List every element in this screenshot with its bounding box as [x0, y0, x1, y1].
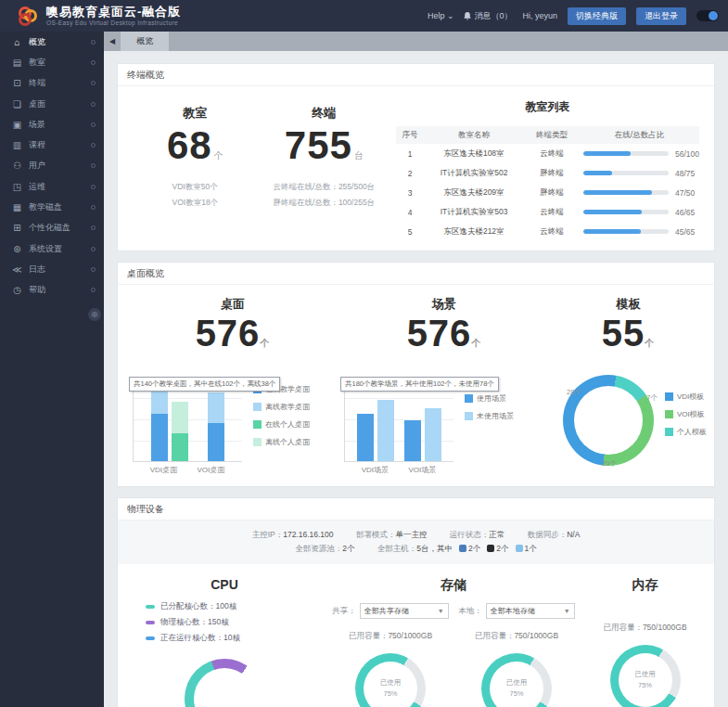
classroom-icon: ▤ — [11, 58, 23, 68]
sidebar-item-desktop[interactable]: ❏桌面 — [0, 94, 104, 114]
sidebar-item-classroom[interactable]: ▤教室 — [0, 52, 104, 72]
shared-storage-select[interactable]: 全部共享存储▼ — [360, 603, 449, 619]
toggle-knob — [709, 11, 718, 20]
help-icon: ◷ — [11, 285, 23, 295]
legend-swatch — [665, 428, 673, 436]
switch-classic-button[interactable]: 切换经典版 — [568, 7, 626, 25]
progress-bar — [583, 210, 669, 214]
theme-toggle[interactable] — [696, 10, 719, 21]
table-row[interactable]: 4IT计算机实验室503云终端46/65 — [396, 202, 699, 222]
messages-link[interactable]: 消息（0） — [464, 10, 512, 22]
legend-swatch — [146, 605, 155, 609]
classroom-subline: VOI教室18个 — [172, 195, 219, 211]
sidebar-item-terminal[interactable]: ⊡终端 — [0, 73, 104, 94]
template-chart-legend: VDI模板VOI模板个人模板 — [665, 384, 707, 444]
pin-icon[interactable] — [91, 102, 96, 107]
sidebar-item-personal-disk[interactable]: ⊞个性化磁盘 — [0, 218, 104, 238]
progress-bar — [583, 190, 669, 195]
template-column: 模板 55个 28个 7个 20个 VDI模板VOI模板个人模板 — [550, 287, 707, 475]
sidebar-item-home[interactable]: ⌂概览 — [0, 32, 104, 52]
template-count: 55个 — [550, 313, 707, 354]
cpu-legend: 已分配核心数：100核物理核心数：150核正在运行核心数：10核 — [146, 601, 327, 644]
teaching-disk-icon: ▦ — [11, 202, 23, 212]
home-icon: ⌂ — [11, 37, 23, 47]
storage-panel: 存储 共享： 全部共享存储▼ 已用容量：750/1000GB 已使用75% — [327, 572, 580, 707]
progress-bar — [583, 171, 669, 175]
scene-tooltip: 共180个教学场景，其中使用102个，未使用78个 — [340, 377, 499, 392]
donut-value-label: 7个 — [646, 393, 658, 403]
sidebar-item-teaching-disk[interactable]: ▦教学磁盘 — [0, 197, 104, 217]
cpu-gauge-chart — [185, 659, 264, 707]
sidebar-collapse-button[interactable]: ◎ — [88, 308, 101, 321]
table-row[interactable]: 2IT计算机实验室502胖终端48/75 — [396, 163, 699, 183]
tab-overview[interactable]: 概览 — [121, 32, 169, 51]
terminal-count: 755 — [285, 123, 352, 167]
physical-info: 主控IP：172.16.16.100 部署模式：单一主控 运行状态：正常 数据同… — [118, 521, 714, 564]
sidebar-item-logs[interactable]: ≪日志 — [0, 259, 104, 279]
pin-icon[interactable] — [91, 185, 96, 189]
local-storage-donut: 已使用75% — [481, 653, 552, 707]
pin-icon[interactable] — [91, 288, 96, 292]
local-storage-select[interactable]: 全部本地存储▼ — [486, 603, 575, 619]
app-title: 噢易教育桌面云-融合版 — [46, 6, 181, 19]
shared-storage-block: 共享： 全部共享存储▼ 已用容量：750/1000GB 已使用75% — [327, 603, 453, 707]
pin-icon[interactable] — [91, 267, 96, 272]
legend-swatch — [665, 410, 673, 418]
legend-swatch — [465, 412, 473, 420]
legend-swatch — [465, 394, 473, 403]
table-row[interactable]: 5东区逸夫楼212室云终端45/65 — [396, 222, 699, 241]
host-status-swatch — [487, 545, 494, 552]
physical-device-card: 物理设备 主控IP：172.16.16.100 部署模式：单一主控 运行状态：正… — [117, 497, 715, 707]
pin-icon[interactable] — [91, 40, 96, 45]
host-badges: 2个2个1个 — [453, 544, 537, 553]
classroom-count: 68 — [167, 123, 212, 167]
terminal-subline: 胖终端在线/总数：100/255台 — [274, 195, 376, 211]
personal-disk-icon: ⊞ — [11, 223, 23, 233]
sidebar-item-settings[interactable]: ⊛系统设置 — [0, 238, 104, 259]
pin-icon[interactable] — [91, 60, 96, 65]
chevron-down-icon: ▼ — [564, 608, 570, 614]
local-storage-block: 本地： 全部本地存储▼ 已用容量：750/1000GB 已使用75% — [453, 603, 580, 707]
pin-icon[interactable] — [91, 247, 96, 251]
pin-icon[interactable] — [91, 225, 96, 230]
classroom-list: 教室列表 序号 教室名称 终端类型 在线/总数占比 1东区逸夫楼108室云终端5… — [396, 92, 703, 241]
donut-value-label: 20个 — [602, 459, 617, 469]
sidebar-item-course[interactable]: ▥课程 — [0, 135, 104, 155]
legend-swatch — [146, 621, 155, 624]
sidebar-item-scene[interactable]: ▣场景 — [0, 114, 104, 135]
sidebar-item-user[interactable]: ⚇用户 — [0, 156, 104, 176]
pin-icon[interactable] — [91, 81, 96, 85]
logout-button[interactable]: 退出登录 — [636, 7, 686, 25]
terminal-label: 终端 — [252, 105, 396, 122]
bell-icon — [464, 12, 471, 20]
sidebar-item-help[interactable]: ◷帮助 — [0, 280, 104, 301]
classroom-label: 教室 — [138, 105, 252, 122]
course-icon: ▥ — [11, 140, 23, 150]
table-row[interactable]: 1东区逸夫楼108室云终端56/100 — [396, 144, 699, 163]
sidebar-items: ⌂概览▤教室⊡终端❏桌面▣场景▥课程⚇用户◳运维▦教学磁盘⊞个性化磁盘⊛系统设置… — [0, 32, 104, 301]
classroom-stat: 教室 68个 VDI教室50个 VOI教室18个 — [138, 92, 252, 241]
scene-icon: ▣ — [11, 120, 23, 130]
app-logo-icon — [17, 5, 39, 27]
tab-bar: ◀ 概览 — [104, 32, 728, 51]
desktop-overview-card: 桌面概览 桌面 576个 共140个教学桌面，其中在线102个，离线38个 VD… — [117, 262, 715, 487]
help-link[interactable]: Help ⌄ — [428, 11, 454, 20]
app-subtitle: OS-Easy Edu Virtual Desktop Infrastructu… — [46, 19, 181, 26]
table-row[interactable]: 3东区逸夫楼209室胖终端47/50 — [396, 183, 699, 202]
terminal-icon: ⊡ — [11, 78, 23, 88]
chevron-down-icon: ▼ — [438, 608, 444, 614]
progress-bar — [583, 229, 669, 234]
pin-icon[interactable] — [91, 122, 96, 127]
pin-icon[interactable] — [91, 205, 96, 210]
collapse-arrow-icon[interactable]: ◀ — [104, 37, 121, 45]
cpu-panel: CPU 已分配核心数：100核物理核心数：150核正在运行核心数：10核 — [121, 572, 327, 707]
desktop-column: 桌面 576个 共140个教学桌面，其中在线102个，离线38个 VDI桌面VO… — [127, 287, 338, 475]
desktop-tooltip: 共140个教学桌面，其中在线102个，离线38个 — [129, 377, 280, 392]
progress-bar — [583, 151, 669, 156]
settings-icon: ⊛ — [11, 244, 23, 254]
pin-icon[interactable] — [91, 143, 96, 148]
sidebar-item-operations[interactable]: ◳运维 — [0, 176, 104, 197]
pin-icon[interactable] — [91, 163, 96, 168]
desktop-icon: ❏ — [11, 99, 23, 109]
main-content: 终端概览 教室 68个 VDI教室50个 VOI教室18个 终端 755台 云终… — [104, 51, 728, 707]
